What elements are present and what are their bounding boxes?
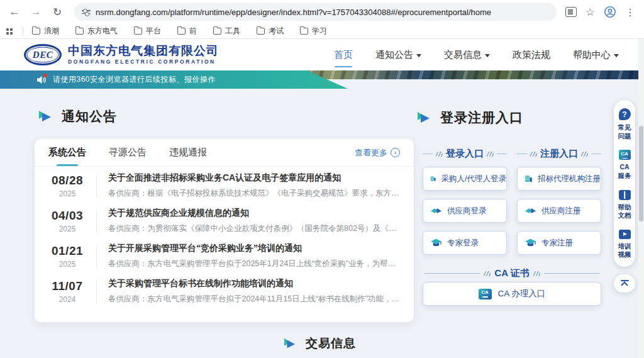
notice-title: 关于采购管理平台标书在线制作功能培训的通知	[108, 278, 401, 289]
notice-year: 2025	[47, 225, 87, 233]
faq-button[interactable]: ? 常见问题	[617, 108, 632, 140]
browser-toolbar: ← → ↻ nsrm.dongfang.com/platform/runtime…	[0, 0, 644, 24]
page-content: 通知公告 系统公告 寻源公告 违规通报 查看更多 › 08/282025 关于全…	[0, 89, 644, 358]
folder-icon	[257, 28, 265, 35]
notice-desc: 各供应商：根据《电子招标投标系统技术规范》《电子采购交易规范》要求，东方电气采购…	[108, 188, 401, 199]
notice-desc: 各供应商：东方电气采购管理平台拟于2024年11月15日上线“标书在线制作”功能…	[108, 294, 401, 305]
notice-list-item[interactable]: 11/072024 关于采购管理平台标书在线制作功能培训的通知各供应商：东方电气…	[35, 274, 414, 309]
folder-icon	[75, 28, 84, 35]
bookmark-star-icon[interactable]: ☆	[586, 6, 595, 19]
nav-help-center[interactable]: 帮助中心	[573, 49, 619, 61]
section-arrow-icon	[38, 109, 53, 123]
bookmark-folder[interactable]: 学习	[300, 26, 327, 36]
section-arrow-icon	[283, 337, 297, 350]
site-settings-icon[interactable]	[82, 10, 91, 14]
translate-icon[interactable]	[565, 7, 577, 17]
apps-grid-icon[interactable]	[6, 28, 13, 35]
reload-icon[interactable]: ↻	[49, 4, 65, 20]
bookmark-folder[interactable]: 东方电气	[75, 26, 118, 36]
bookmark-folder[interactable]: 工具	[213, 26, 240, 36]
divider	[96, 279, 97, 303]
section-arrow-icon	[416, 111, 431, 125]
address-bar[interactable]: nsrm.dongfang.com/platform/runtime/epp/d…	[74, 3, 557, 21]
chevron-right-circle-icon: ›	[391, 148, 400, 157]
ca-group-header: CA 证书	[423, 267, 601, 279]
back-to-top-button[interactable]	[614, 274, 635, 293]
login-section-header: 登录注册入口	[416, 109, 523, 126]
bookmark-folder[interactable]: 平台	[134, 26, 161, 36]
bookmark-folder[interactable]: 浪潮	[32, 26, 59, 36]
tab-system-notices[interactable]: 系统公告	[48, 139, 86, 166]
forward-icon[interactable]: →	[28, 4, 44, 20]
training-videos-button[interactable]: 培训视频	[617, 230, 632, 259]
supplier-login-button[interactable]: 供应商登录	[423, 199, 507, 223]
nav-notices[interactable]: 通知公告	[375, 49, 421, 61]
expert-register-button[interactable]: 专家注册	[517, 231, 601, 255]
notice-tabs: 系统公告 寻源公告 违规通报 查看更多 ›	[35, 139, 414, 167]
bookmark-label: 浪潮	[44, 26, 59, 36]
tab-violation-reports[interactable]: 违规通报	[169, 139, 207, 166]
button-label: 招标代理机构注册	[538, 174, 601, 184]
notice-date: 11/07	[47, 279, 87, 293]
notice-card: 系统公告 寻源公告 违规通报 查看更多 › 08/282025 关于全面推进非招…	[35, 139, 414, 322]
notices-section-header: 通知公告	[38, 108, 117, 125]
company-logo[interactable]: DEC 中国东方电气集团有限公司 DONGFANG ELECTRIC CORPO…	[24, 44, 219, 65]
float-label: 常见问题	[617, 123, 632, 140]
help-docs-button[interactable]: 帮助文档	[617, 190, 632, 220]
chevron-down-icon	[485, 54, 490, 57]
login-group-header: 登录入口	[423, 148, 507, 160]
register-group-header: 注册入口	[517, 148, 601, 160]
book-icon	[619, 190, 631, 200]
nav-label: 通知公告	[375, 49, 413, 61]
bookmark-label: 平台	[146, 26, 161, 36]
top-arrow-icon	[621, 280, 629, 281]
notice-list-item[interactable]: 04/032025 关于规范供应商企业规模信息的通知各供应商：为贯彻落实《保障中…	[35, 203, 414, 238]
bid-agency-register-button[interactable]: 招标代理机构注册	[517, 167, 601, 191]
view-more-link[interactable]: 查看更多 ›	[355, 147, 400, 159]
divider	[23, 27, 23, 36]
nav-label: 政策法规	[513, 49, 550, 61]
url-text[interactable]: nsrm.dongfang.com/platform/runtime/epp/d…	[96, 8, 491, 17]
ca-apply-button[interactable]: CA CA 办理入口	[423, 282, 601, 306]
profile-icon[interactable]	[604, 6, 616, 18]
main-nav: 首页 通知公告 交易信息 政策法规 帮助中心	[334, 49, 619, 61]
notice-title: 关于全面推进非招标采购业务CA认证及电子签章应用的通知	[108, 172, 401, 184]
buyer-agent-login-button[interactable]: 采购人/代理人登录	[423, 167, 507, 191]
bookmark-folder[interactable]: 前	[177, 26, 197, 36]
company-name-en: DONGFANG ELECTRIC CORPORATION	[68, 59, 219, 65]
notice-list-item[interactable]: 01/212025 关于开展采购管理平台“竞价采购业务”培训的通知各供应商：东方…	[35, 238, 414, 274]
divider	[96, 174, 97, 198]
expert-login-button[interactable]: 专家登录	[423, 231, 507, 255]
float-label: CA 服务	[617, 163, 632, 180]
button-label: CA 办理入口	[498, 288, 546, 299]
notification-dot	[43, 74, 47, 77]
notice-list-item[interactable]: 08/282025 关于全面推进非招标采购业务CA认证及电子签章应用的通知各供应…	[35, 168, 414, 203]
back-icon[interactable]: ←	[6, 4, 23, 20]
dec-logo-icon: DEC	[24, 44, 62, 65]
notice-title: 关于规范供应商企业规模信息的通知	[108, 208, 401, 219]
building-icon	[430, 173, 436, 184]
handshake-icon	[525, 206, 536, 216]
section-title: 通知公告	[62, 108, 117, 125]
notice-desc: 各供应商：为贯彻落实《保障中小企业款项支付条例》（国务院令第802号）及《中小企…	[108, 223, 401, 234]
button-label: 专家注册	[541, 238, 573, 249]
folder-icon	[213, 28, 221, 35]
tab-sourcing-notices[interactable]: 寻源公告	[109, 139, 147, 166]
site-header: DEC 中国东方电气集团有限公司 DONGFANG ELECTRIC CORPO…	[0, 39, 644, 70]
folder-icon	[177, 28, 186, 35]
bookmark-folder[interactable]: 考试	[257, 26, 284, 36]
folder-icon	[32, 28, 40, 35]
supplier-register-button[interactable]: 供应商注册	[517, 199, 601, 223]
hero-strip: 请使用360安全浏览器进行后续投标、报价操作	[0, 70, 644, 89]
ca-service-button[interactable]: CA CA 服务	[617, 150, 632, 180]
notice-year: 2025	[47, 189, 87, 198]
nav-trade-info[interactable]: 交易信息	[444, 49, 490, 61]
group-label: 登录入口	[446, 148, 484, 160]
graduation-cap-icon	[525, 238, 536, 249]
menu-kebab-icon[interactable]: ⋮	[625, 6, 635, 18]
group-label: 注册入口	[540, 148, 578, 160]
building-icon	[525, 173, 533, 184]
nav-home[interactable]: 首页	[334, 49, 353, 61]
nav-policies[interactable]: 政策法规	[513, 49, 550, 61]
scrollbar-thumb[interactable]	[639, 126, 643, 221]
